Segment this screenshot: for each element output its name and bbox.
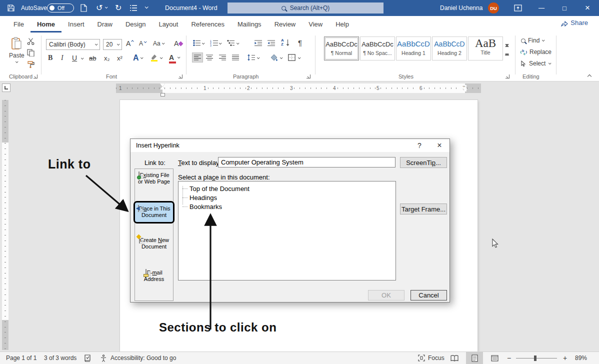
tab-home[interactable]: Home bbox=[30, 16, 62, 32]
change-case-button[interactable]: Aa bbox=[153, 40, 164, 47]
minimize-button[interactable]: — bbox=[533, 0, 550, 16]
copy-icon[interactable] bbox=[27, 49, 34, 56]
undo-icon[interactable]: ↺ bbox=[96, 3, 102, 12]
highlight-button[interactable] bbox=[150, 54, 158, 62]
style-heading1[interactable]: AaBbCcD Heading 1 bbox=[396, 36, 431, 60]
undo-dropdown-icon[interactable] bbox=[105, 6, 108, 8]
avatar[interactable]: DU bbox=[488, 2, 499, 14]
new-document-icon[interactable] bbox=[80, 4, 88, 12]
redo-icon[interactable]: ↻ bbox=[115, 3, 122, 12]
strikethrough-button[interactable]: ab bbox=[89, 54, 96, 62]
tab-view[interactable]: View bbox=[302, 16, 329, 32]
text-to-display-input[interactable] bbox=[218, 157, 396, 168]
qat-more-icon[interactable] bbox=[145, 5, 148, 8]
underline-dropdown-icon[interactable] bbox=[81, 56, 84, 60]
tree-item-bookmarks[interactable]: Bookmarks bbox=[178, 202, 396, 211]
tab-references[interactable]: References bbox=[184, 16, 230, 32]
zoom-out-button[interactable]: − bbox=[507, 352, 511, 364]
paragraph-dialog-launcher-icon[interactable] bbox=[305, 73, 311, 79]
tab-help[interactable]: Help bbox=[329, 16, 356, 32]
target-frame-button[interactable]: Target Frame... bbox=[400, 204, 447, 214]
shrink-font-button[interactable]: A bbox=[139, 40, 146, 47]
dialog-help-button[interactable]: ? bbox=[410, 139, 430, 152]
font-color-button[interactable]: A bbox=[169, 54, 180, 62]
zoom-slider-thumb[interactable] bbox=[534, 356, 536, 361]
tab-mailings[interactable]: Mailings bbox=[231, 16, 268, 32]
collapse-ribbon-icon[interactable] bbox=[588, 74, 592, 78]
existing-file-button[interactable]: Existing File or Web Page bbox=[135, 172, 173, 185]
tab-review[interactable]: Review bbox=[268, 16, 302, 32]
zoom-percentage[interactable]: 89% bbox=[575, 352, 587, 364]
bullet-list-icon[interactable] bbox=[130, 4, 138, 12]
dialog-close-button[interactable]: × bbox=[430, 139, 450, 152]
bullets-dropdown-icon[interactable] bbox=[202, 42, 205, 44]
sort-button[interactable]: A Z bbox=[281, 38, 289, 46]
web-layout-button[interactable] bbox=[486, 352, 503, 364]
align-left-button[interactable] bbox=[192, 52, 203, 62]
grow-font-button[interactable]: A bbox=[126, 40, 134, 48]
subscript-button[interactable]: x₂ bbox=[104, 54, 110, 62]
clear-formatting-button[interactable]: A bbox=[174, 40, 182, 48]
ribbon-display-options-icon[interactable] bbox=[514, 4, 522, 12]
accessibility-status[interactable]: Accessibility: Good to go bbox=[110, 352, 176, 364]
numbering-button[interactable]: 123 bbox=[210, 40, 218, 46]
email-address-button[interactable]: E-mail Address bbox=[135, 270, 173, 282]
horizontal-ruler[interactable]: 1 1 2 3 4 5 6 7 bbox=[116, 84, 481, 93]
font-name-select[interactable]: Calibri (Body) bbox=[46, 39, 100, 50]
replace-button[interactable]: bc Replace bbox=[520, 48, 552, 56]
document-places-listbox[interactable]: Top of the Document Headings Bookmarks bbox=[178, 181, 396, 280]
maximize-button[interactable]: □ bbox=[556, 0, 573, 16]
styles-dialog-launcher-icon[interactable] bbox=[504, 73, 510, 79]
shading-dropdown-icon[interactable] bbox=[280, 56, 283, 59]
style-title[interactable]: AaB Title bbox=[468, 36, 503, 60]
ok-button[interactable]: OK bbox=[368, 290, 404, 300]
zoom-slider[interactable] bbox=[516, 358, 557, 358]
zoom-in-button[interactable]: + bbox=[563, 352, 567, 364]
highlight-dropdown-icon[interactable] bbox=[160, 56, 163, 59]
style-normal[interactable]: AaBbCcDc ¶ Normal bbox=[324, 36, 359, 60]
italic-button[interactable]: I bbox=[61, 54, 64, 62]
tab-design[interactable]: Design bbox=[119, 16, 152, 32]
find-button[interactable]: Find bbox=[521, 37, 544, 44]
text-effects-button[interactable]: A bbox=[133, 54, 142, 62]
paste-button[interactable]: Paste bbox=[9, 37, 24, 63]
tab-stop-selector[interactable] bbox=[2, 84, 10, 92]
format-painter-icon[interactable] bbox=[27, 60, 35, 68]
read-mode-button[interactable] bbox=[446, 352, 463, 364]
justify-button[interactable] bbox=[232, 54, 239, 60]
tab-layout[interactable]: Layout bbox=[152, 16, 184, 32]
tab-draw[interactable]: Draw bbox=[91, 16, 119, 32]
select-button[interactable]: Select bbox=[521, 60, 550, 67]
cancel-button[interactable]: Cancel bbox=[410, 290, 447, 300]
increase-indent-button[interactable] bbox=[267, 40, 276, 46]
line-spacing-dropdown-icon[interactable] bbox=[257, 56, 260, 59]
tree-item-top-of-document[interactable]: Top of the Document bbox=[178, 184, 396, 193]
bold-button[interactable]: B bbox=[48, 54, 52, 62]
styles-gallery-more-icon[interactable] bbox=[505, 54, 509, 63]
search-input[interactable]: Search (Alt+Q) bbox=[228, 2, 384, 14]
autosave-toggle[interactable]: Off bbox=[47, 4, 74, 12]
align-right-button[interactable] bbox=[219, 54, 226, 60]
close-button[interactable]: × bbox=[579, 0, 596, 16]
vertical-ruler[interactable] bbox=[2, 100, 8, 350]
user-name[interactable]: Daniel Uchenna bbox=[440, 4, 482, 12]
screentip-button[interactable]: ScreenTip... bbox=[400, 157, 447, 168]
cut-icon[interactable] bbox=[27, 38, 34, 45]
align-center-button[interactable] bbox=[206, 54, 213, 60]
paragraph-marks-button[interactable]: ¶ bbox=[298, 38, 302, 47]
style-heading2[interactable]: AaBbCcD Heading 2 bbox=[432, 36, 467, 60]
underline-button[interactable]: U bbox=[72, 54, 77, 62]
clipboard-dialog-launcher-icon[interactable] bbox=[32, 73, 38, 79]
accessibility-icon[interactable] bbox=[100, 352, 107, 364]
place-in-this-document-button[interactable]: Place in This Document bbox=[134, 201, 174, 224]
line-spacing-button[interactable] bbox=[247, 54, 255, 61]
tab-file[interactable]: File bbox=[7, 16, 30, 32]
share-button[interactable]: Share bbox=[561, 19, 588, 26]
focus-button[interactable]: Focus bbox=[418, 352, 444, 364]
word-count[interactable]: 3 of 3 words bbox=[44, 352, 76, 364]
font-size-select[interactable]: 20 bbox=[103, 39, 122, 50]
borders-button[interactable] bbox=[288, 54, 296, 61]
style-no-spacing[interactable]: AaBbCcDc ¶ No Spac... bbox=[360, 36, 395, 60]
styles-scroll-up-icon[interactable] bbox=[505, 38, 509, 44]
proofing-icon[interactable] bbox=[84, 352, 91, 364]
